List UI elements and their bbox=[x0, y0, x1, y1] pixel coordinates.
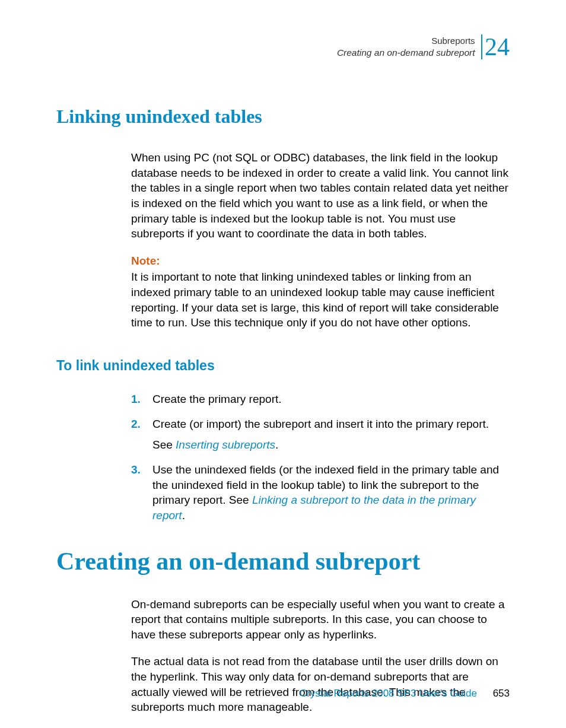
heading-creating-on-demand: Creating an on-demand subreport bbox=[56, 547, 510, 576]
note-label: Note: bbox=[131, 253, 510, 269]
step-2: Create (or import) the subreport and ins… bbox=[131, 417, 510, 453]
page-header: Subreports Creating an on-demand subrepo… bbox=[56, 34, 510, 64]
paragraph-linking-note: It is important to note that linking uni… bbox=[131, 269, 510, 330]
step-3-suffix: . bbox=[182, 509, 185, 522]
heading-linking-unindexed-tables: Linking unindexed tables bbox=[56, 106, 510, 128]
header-text: Subreports Creating an on-demand subrepo… bbox=[337, 35, 475, 59]
step-2-see-suffix: . bbox=[275, 438, 278, 451]
step-2-see: See Inserting subreports. bbox=[152, 437, 510, 453]
paragraph-creating-1: On-demand subreports can be especially u… bbox=[131, 597, 510, 643]
step-3: Use the unindexed fields (or the indexed… bbox=[131, 462, 510, 523]
step-2-see-prefix: See bbox=[152, 438, 176, 451]
chapter-number-badge: 24 bbox=[481, 34, 510, 59]
header-section-label: Creating an on-demand subreport bbox=[337, 47, 475, 58]
footer-doc-title: Crystal Reports 2008 SP3 User's Guide bbox=[300, 688, 477, 699]
steps-list: Create the primary report. Create (or im… bbox=[131, 392, 510, 523]
header-chapter-label: Subreports bbox=[431, 36, 475, 46]
paragraph-creating-2: The actual data is not read from the dat… bbox=[131, 654, 510, 715]
footer-page-number: 653 bbox=[493, 688, 510, 699]
step-2-text: Create (or import) the subreport and ins… bbox=[152, 418, 489, 430]
step-1: Create the primary report. bbox=[131, 392, 510, 407]
heading-to-link-unindexed: To link unindexed tables bbox=[56, 358, 510, 374]
page-footer: Crystal Reports 2008 SP3 User's Guide 65… bbox=[300, 688, 510, 700]
step-1-text: Create the primary report. bbox=[152, 393, 282, 405]
link-inserting-subreports[interactable]: Inserting subreports bbox=[176, 438, 275, 451]
paragraph-linking-intro: When using PC (not SQL or ODBC) database… bbox=[131, 150, 510, 241]
